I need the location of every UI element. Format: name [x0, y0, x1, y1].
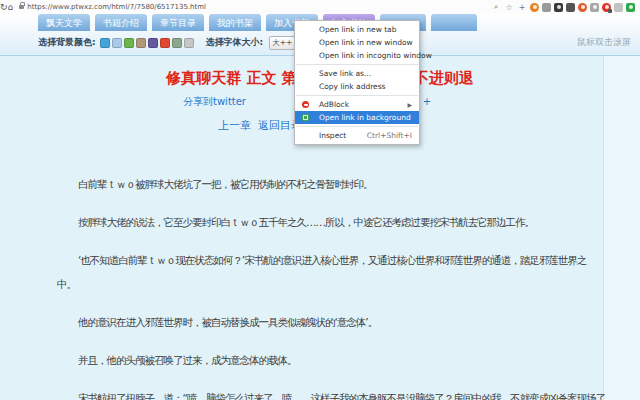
menu-separator-3	[296, 64, 418, 65]
extension-dark-icon[interactable]	[566, 3, 575, 12]
bg-color-swatches	[100, 38, 194, 48]
chapter-paragraphs: 白前辈ｔｗｏ被胖球大佬坑了一把，被它用伪制的不朽之骨暂时封印。按胖球大佬的说法，…	[57, 172, 605, 400]
paragraph-6: 宋书航扭了扭脖子，道：“喷，脑袋怎么过来了，喷……这样子我的本身躯不是没脑袋了？…	[57, 386, 605, 400]
extension-orange-teal-icon[interactable]	[578, 3, 587, 12]
extension-qr-icon[interactable]	[554, 3, 563, 12]
menu-item-copy-link-address[interactable]: Copy link address	[295, 80, 419, 93]
double-click-scroll-hint: 鼠标双击滚屏	[577, 36, 640, 49]
menu-item-label: Open link in new window	[319, 38, 413, 47]
bg-color-label: 选择背景颜色:	[38, 36, 96, 49]
bg-color-swatch-3[interactable]	[136, 38, 146, 48]
browser-address-bar: ↻⌂ https://www.ptwxz.com/html/7/7580/651…	[0, 0, 640, 15]
extension-gray-icon[interactable]	[542, 3, 551, 12]
bg-color-swatch-6[interactable]	[172, 38, 182, 48]
context-menu: Open link in new tabOpen link in new win…	[294, 20, 420, 145]
menu-item-open-link-in-incognito-window[interactable]: Open link in incognito window	[295, 49, 419, 62]
share-link-分享到twitter[interactable]: 分享到twitter	[183, 95, 246, 109]
search-icon[interactable]: ⌕	[491, 2, 501, 12]
menu-item-open-link-in-background[interactable]: Open link in background	[295, 111, 419, 124]
menu-item-inspect[interactable]: InspectCtrl+Shift+I	[295, 129, 419, 142]
extension-orange-circle-icon-inner	[533, 5, 537, 9]
bg-color-swatch-4[interactable]	[148, 38, 158, 48]
bg-color-swatch-0[interactable]	[100, 38, 110, 48]
chapter-title-right: 不进则退	[414, 69, 474, 88]
menu-item-open-link-in-new-window[interactable]: Open link in new window	[295, 36, 419, 49]
paragraph-1: 白前辈ｔｗｏ被胖球大佬坑了一把，被它用伪制的不朽之骨暂时封印。	[57, 172, 605, 196]
bg-color-swatch-2[interactable]	[124, 38, 134, 48]
site-tab-obscured-7[interactable]	[431, 14, 477, 31]
url-text[interactable]: https://www.ptwxz.com/html/7/7580/651713…	[27, 3, 206, 11]
menu-item-open-link-in-new-tab[interactable]: Open link in new tab	[295, 23, 419, 36]
paragraph-4: 他的意识在进入邪莲世界时，被自动替换成一具类似魂魄状的‘意念体’。	[57, 310, 605, 334]
bg-color-swatch-5[interactable]	[160, 38, 170, 48]
menu-item-label: Copy link address	[319, 82, 386, 91]
paragraph-2: 按胖球大佬的说法，它至少要封印白ｔｗｏ五千年之久……所以，中途它还考虑过要挖宋书…	[57, 210, 605, 234]
menu-separator-6	[296, 95, 418, 96]
menu-item-save-link-as[interactable]: Save link as...	[295, 67, 419, 80]
menu-item-label: Open link in incognito window	[319, 51, 432, 60]
adblock-red-icon-badge	[608, 9, 612, 13]
extension-grid-icon[interactable]	[590, 3, 599, 12]
extension-pale-icon[interactable]	[614, 3, 623, 12]
menu-item-label: AdBlock	[319, 100, 349, 109]
extension-grid-icon-inner	[593, 5, 597, 9]
menu-separator-9	[296, 126, 418, 127]
bgtab-icon	[302, 114, 309, 121]
extension-orange-circle-icon[interactable]	[530, 3, 539, 12]
menu-item-adblock[interactable]: AdBlock▶	[295, 98, 419, 111]
paragraph-3: ‘也不知道白前辈ｔｗｏ现在状态如何？’宋书航的意识进入核心世界，又通过核心世界和…	[57, 248, 605, 296]
extension-green-icon[interactable]	[626, 3, 635, 12]
font-size-label: 选择字体大小:	[206, 36, 264, 49]
reload-icon[interactable]: ↻	[0, 2, 8, 12]
site-tab-飘天文学[interactable]: 飘天文学	[38, 14, 90, 31]
browser-extension-icons: ⌕☆+	[491, 2, 640, 12]
site-tab-我的书架[interactable]: 我的书架	[209, 14, 261, 31]
font-size-button-大[interactable]: 大++	[269, 36, 295, 50]
padlock-icon	[19, 5, 24, 9]
bg-color-swatch-1[interactable]	[112, 38, 122, 48]
chapter-title-left: 修真聊天群 正文 第	[166, 69, 296, 88]
site-tab-书籍介绍[interactable]: 书籍介绍	[95, 14, 147, 31]
menu-item-label: Save link as...	[319, 69, 371, 78]
submenu-arrow-icon: ▶	[407, 101, 412, 108]
browser-window: ↻⌂ https://www.ptwxz.com/html/7/7580/651…	[0, 0, 640, 400]
adblock-red-icon[interactable]	[602, 3, 611, 12]
extension-orange-teal-icon-inner	[581, 5, 585, 9]
extension-green-icon-inner	[629, 5, 633, 9]
menu-item-label: Open link in background	[319, 113, 411, 122]
add-icon[interactable]: +	[517, 3, 527, 12]
menu-item-label: Inspect	[319, 131, 346, 140]
extension-qr-icon-inner	[557, 5, 561, 9]
browser-nav-icons: ↻⌂	[0, 2, 13, 12]
home-icon[interactable]: ⌂	[8, 2, 14, 12]
site-tab-章节目录[interactable]: 章节目录	[152, 14, 204, 31]
bg-color-swatch-7[interactable]	[184, 38, 194, 48]
adblock-icon	[302, 101, 309, 108]
bookmark-star-icon[interactable]: ☆	[504, 3, 514, 12]
paragraph-5: 并且，他的头颅被召唤了过来，成为意念体的载体。	[57, 348, 605, 372]
chapter-link-上一章[interactable]: 上一章	[218, 118, 251, 133]
menu-item-label: Open link in new tab	[319, 25, 396, 34]
menu-item-shortcut: Ctrl+Shift+I	[367, 131, 412, 140]
